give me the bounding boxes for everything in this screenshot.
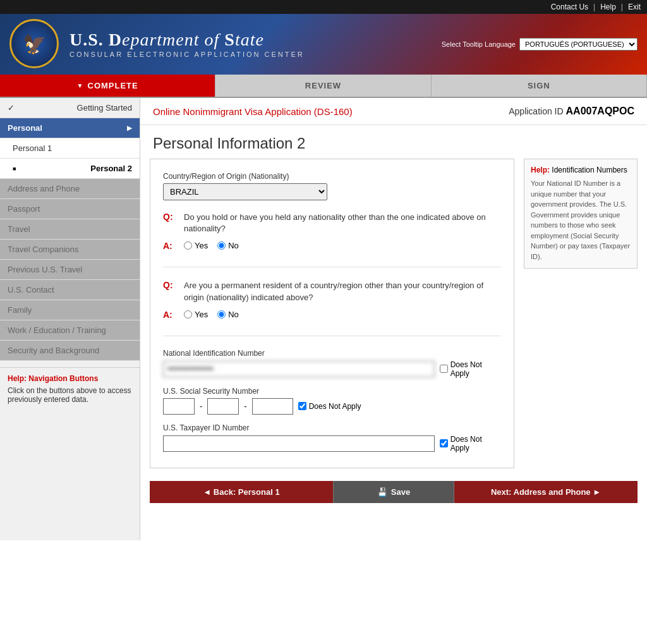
sidebar-help-body: Click on the buttons above to access pre… bbox=[8, 386, 132, 404]
q1-answer-row: A: Yes No bbox=[163, 241, 501, 251]
taxpayer-dna-label[interactable]: Does Not Apply bbox=[440, 435, 501, 453]
sidebar-item-travel-companions[interactable]: Travel Companions bbox=[0, 240, 140, 260]
logo: 🦅 bbox=[9, 19, 60, 70]
nav-tabs: COMPLETE REVIEW SIGN bbox=[0, 75, 647, 98]
national-id-label: National Identification Number bbox=[163, 349, 501, 358]
back-button[interactable]: ◄ Back: Personal 1 bbox=[150, 481, 333, 503]
help-panel-body: Your National ID Number is a unique numb… bbox=[531, 178, 631, 262]
app-id: Application ID AA007AQPOC bbox=[509, 106, 634, 117]
sidebar-item-personal-2[interactable]: Personal 2 bbox=[0, 159, 140, 179]
national-id-dna-label[interactable]: Does Not Apply bbox=[440, 360, 501, 378]
q1-answer-options: Yes No bbox=[184, 241, 239, 250]
language-select[interactable]: PORTUGUÊS (PORTUGUESE) bbox=[519, 38, 638, 51]
q2-yes-label: Yes bbox=[195, 310, 208, 319]
top-bar: Contact Us | Help | Exit bbox=[0, 0, 647, 14]
q1-a-label: A: bbox=[163, 241, 179, 251]
sidebar-item-travel[interactable]: Travel bbox=[0, 219, 140, 240]
sidebar-item-previous-us-travel[interactable]: Previous U.S. Travel bbox=[0, 260, 140, 280]
country-label: Country/Region of Origin (Nationality) bbox=[163, 172, 501, 181]
taxpayer-dna-checkbox[interactable] bbox=[440, 439, 448, 447]
site-header: 🦅 U.S. Department of State CONSULAR ELEC… bbox=[0, 14, 647, 75]
ssn-dna-checkbox[interactable] bbox=[298, 402, 306, 410]
ssn-part1-input[interactable] bbox=[163, 398, 195, 415]
save-button[interactable]: 💾 Save bbox=[333, 481, 454, 503]
q1-no-option[interactable]: No bbox=[217, 241, 239, 250]
sidebar-item-us-contact[interactable]: U.S. Contact bbox=[0, 280, 140, 300]
center-subtitle: CONSULAR ELECTRONIC APPLICATION CENTER bbox=[70, 51, 442, 58]
q2-text: Are you a permanent resident of a countr… bbox=[184, 280, 501, 303]
q1-no-radio[interactable] bbox=[217, 241, 226, 250]
sidebar-item-work-education[interactable]: Work / Education / Training bbox=[0, 320, 140, 341]
sidebar-item-address-phone[interactable]: Address and Phone bbox=[0, 179, 140, 199]
q1-label: Q: bbox=[163, 212, 179, 222]
next-button[interactable]: Next: Address and Phone ► bbox=[454, 481, 638, 503]
sidebar-item-passport[interactable]: Passport bbox=[0, 199, 140, 219]
q1-text: Do you hold or have you held any nationa… bbox=[184, 212, 501, 234]
help-word: Help: bbox=[531, 166, 550, 174]
header-title-block: U.S. Department of State CONSULAR ELECTR… bbox=[70, 30, 442, 59]
q1-question-row: Q: Do you hold or have you held any nati… bbox=[163, 212, 501, 234]
sep1: | bbox=[593, 3, 595, 11]
q2-no-option[interactable]: No bbox=[217, 310, 239, 319]
help-panel: Help: Identification Numbers Your Nation… bbox=[524, 159, 638, 468]
ssn-sep1: - bbox=[200, 401, 202, 411]
page-title: Personal Information 2 bbox=[140, 125, 647, 159]
sidebar-item-personal-1[interactable]: Personal 1 bbox=[0, 138, 140, 159]
q1-yes-option[interactable]: Yes bbox=[184, 241, 208, 250]
q1-yes-radio[interactable] bbox=[184, 241, 192, 250]
content-area: Online Nonimmigrant Visa Application (DS… bbox=[140, 98, 647, 540]
save-label: Save bbox=[391, 487, 410, 497]
sidebar-help-title: Help: Navigation Buttons bbox=[8, 374, 132, 383]
tab-sign[interactable]: SIGN bbox=[432, 75, 647, 97]
exit-link[interactable]: Exit bbox=[628, 3, 641, 11]
national-id-field-row: Does Not Apply bbox=[163, 360, 501, 378]
national-id-input[interactable] bbox=[163, 361, 435, 377]
sidebar-item-family[interactable]: Family bbox=[0, 300, 140, 320]
tab-review[interactable]: REVIEW bbox=[215, 75, 431, 97]
q2-question-row: Q: Are you a permanent resident of a cou… bbox=[163, 280, 501, 303]
ssn-dna-text: Does Not Apply bbox=[309, 402, 361, 411]
sidebar-item-security-background[interactable]: Security and Background bbox=[0, 341, 140, 361]
taxpayer-id-label: U.S. Taxpayer ID Number bbox=[163, 423, 501, 432]
sidebar-item-personal[interactable]: Personal bbox=[0, 118, 140, 138]
app-header-bar: Online Nonimmigrant Visa Application (DS… bbox=[140, 98, 647, 125]
q1-yes-label: Yes bbox=[195, 241, 208, 250]
country-group: Country/Region of Origin (Nationality) B… bbox=[163, 172, 501, 200]
help-panel-title: Help: Identification Numbers bbox=[531, 166, 631, 174]
eagle-emblem: 🦅 bbox=[9, 19, 59, 68]
sidebar-item-getting-started[interactable]: Getting Started bbox=[0, 98, 140, 118]
tooltip-lang-selector: Select Tooltip Language PORTUGUÊS (PORTU… bbox=[442, 38, 638, 51]
sidebar-help: Help: Navigation Buttons Click on the bu… bbox=[0, 367, 140, 410]
q2-answer-options: Yes No bbox=[184, 310, 239, 319]
ssn-dna-label[interactable]: Does Not Apply bbox=[298, 402, 361, 411]
help-panel-box: Help: Identification Numbers Your Nation… bbox=[524, 159, 638, 269]
q2-yes-radio[interactable] bbox=[184, 310, 192, 319]
header-right: Select Tooltip Language PORTUGUÊS (PORTU… bbox=[442, 38, 638, 51]
national-id-section: National Identification Number Does Not … bbox=[163, 349, 501, 378]
contact-us-link[interactable]: Contact Us bbox=[551, 3, 588, 11]
help-link[interactable]: Help bbox=[600, 3, 616, 11]
q2-no-radio[interactable] bbox=[217, 310, 226, 319]
country-select[interactable]: BRAZIL bbox=[163, 183, 327, 200]
bottom-nav: ◄ Back: Personal 1 💾 Save Next: Address … bbox=[150, 481, 638, 503]
ssn-part3-input[interactable] bbox=[252, 398, 293, 415]
national-id-dna-text: Does Not Apply bbox=[450, 360, 501, 378]
q2-yes-option[interactable]: Yes bbox=[184, 310, 208, 319]
ssn-part2-input[interactable] bbox=[207, 398, 239, 415]
ssn-label: U.S. Social Security Number bbox=[163, 387, 501, 396]
main-layout: Getting Started Personal Personal 1 Pers… bbox=[0, 98, 647, 540]
q2-label: Q: bbox=[163, 280, 179, 290]
department-name: U.S. Department of State bbox=[70, 30, 442, 50]
app-title: Online Nonimmigrant Visa Application (DS… bbox=[153, 106, 353, 117]
taxpayer-id-input[interactable] bbox=[163, 435, 435, 452]
taxpayer-id-field-row: Does Not Apply bbox=[163, 435, 501, 453]
q1-block: Q: Do you hold or have you held any nati… bbox=[163, 212, 501, 267]
sep2: | bbox=[621, 3, 623, 11]
sidebar: Getting Started Personal Personal 1 Pers… bbox=[0, 98, 140, 540]
tab-complete[interactable]: COMPLETE bbox=[0, 75, 215, 97]
q2-answer-row: A: Yes No bbox=[163, 310, 501, 320]
form-main: Country/Region of Origin (Nationality) B… bbox=[150, 159, 514, 468]
national-id-dna-checkbox[interactable] bbox=[440, 365, 448, 373]
app-id-value: AA007AQPOC bbox=[566, 106, 634, 116]
q2-a-label: A: bbox=[163, 310, 179, 320]
